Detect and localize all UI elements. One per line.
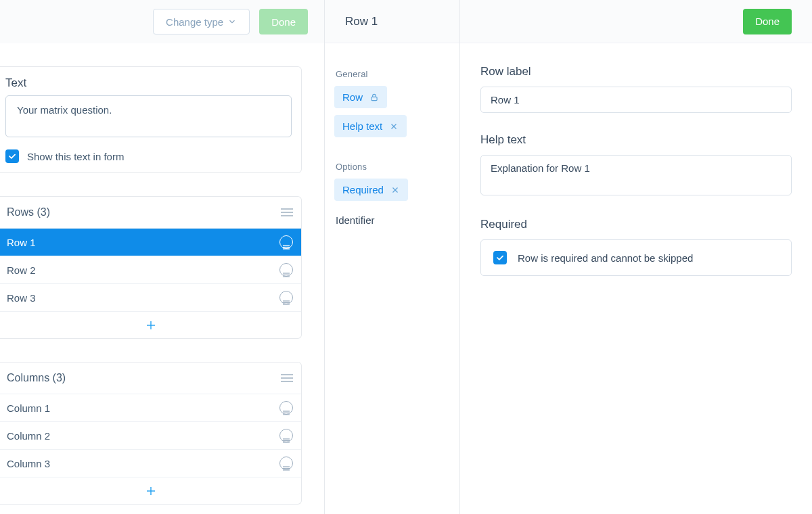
menu-icon[interactable] [281,374,293,382]
chevron-down-icon [227,17,237,26]
show-in-form-checkbox[interactable] [5,149,19,163]
column-item-label: Column 1 [7,402,50,414]
required-field: Required Row is required and cannot be s… [480,218,792,276]
drag-handle-icon[interactable] [279,457,293,470]
row-item-label: Row 2 [7,264,36,276]
drag-handle-icon[interactable] [279,235,293,249]
column-item[interactable]: Column 2 [0,421,301,449]
mid-body: General Row Help text Options [325,43,459,233]
change-type-button[interactable]: Change type [153,9,250,34]
nav-pill-help-text[interactable]: Help text [334,115,407,137]
row-label-input[interactable] [480,87,792,113]
nav-link-identifier[interactable]: Identifier [334,208,459,233]
left-done-label: Done [271,16,296,28]
rows-header: Rows (3) [0,197,301,228]
columns-section: Columns (3) Column 1 Column 2 [0,362,302,505]
show-in-form-row: Show this text in form [0,144,301,172]
right-done-button[interactable]: Done [743,9,792,34]
left-body: Text Your matrix question. Show this tex… [0,43,324,514]
question-text-input[interactable]: Your matrix question. [5,95,292,137]
show-in-form-label: Show this text in form [27,151,124,162]
required-checkbox[interactable] [493,251,507,264]
nav-pill-row-label: Row [342,91,363,103]
property-form-panel: Done Row label Help text Required Row is… [460,0,812,514]
options-group-label: Options [336,162,459,172]
close-icon[interactable] [389,122,399,131]
row-label-field: Row label [480,65,792,113]
add-column-button[interactable] [0,477,301,504]
drag-handle-icon[interactable] [279,429,293,442]
right-body: Row label Help text Required Row is requ… [460,43,812,318]
left-toolbar: Change type Done [0,0,324,43]
column-item-label: Column 3 [7,458,50,469]
general-group-label: General [336,69,459,79]
column-item[interactable]: Column 1 [0,394,301,421]
nav-pill-row[interactable]: Row [334,86,387,108]
nav-pill-help-text-label: Help text [342,120,382,132]
right-done-label: Done [755,16,780,27]
rows-section: Rows (3) Row 1 Row 2 [0,196,302,339]
columns-header: Columns (3) [0,363,301,394]
drag-handle-icon[interactable] [279,291,293,304]
change-type-label: Change type [166,16,223,28]
nav-pill-required[interactable]: Required [334,179,408,201]
row-item[interactable]: Row 3 [0,283,301,311]
drag-handle-icon[interactable] [279,401,293,415]
help-text-input[interactable] [480,155,792,195]
row-item[interactable]: Row 1 [0,228,301,256]
required-box: Row is required and cannot be skipped [480,239,792,276]
lock-icon [369,93,379,102]
left-done-button[interactable]: Done [259,9,308,34]
row-label-heading: Row label [480,65,792,78]
add-row-button[interactable] [0,311,301,338]
text-section-title: Text [0,67,301,95]
menu-icon[interactable] [281,208,293,216]
help-text-heading: Help text [480,133,792,147]
rows-header-label: Rows (3) [7,206,50,218]
property-nav-panel: Row 1 General Row Help text [325,0,460,514]
nav-pill-required-label: Required [342,184,384,195]
mid-header: Row 1 [325,0,459,43]
row-item-label: Row 1 [7,237,36,248]
right-toolbar: Done [460,0,812,43]
question-editor-panel: Change type Done Text Your matrix questi… [0,0,325,514]
column-item[interactable]: Column 3 [0,449,301,477]
required-heading: Required [480,218,792,231]
columns-header-label: Columns (3) [7,372,66,384]
row-item[interactable]: Row 2 [0,256,301,283]
column-item-label: Column 2 [7,430,50,442]
close-icon[interactable] [390,185,400,195]
text-section: Text Your matrix question. Show this tex… [0,66,302,173]
mid-title: Row 1 [345,15,378,28]
required-message: Row is required and cannot be skipped [518,252,693,264]
row-item-label: Row 3 [7,292,36,304]
help-text-field: Help text [480,133,792,197]
drag-handle-icon[interactable] [279,263,293,277]
svg-rect-28 [371,97,377,100]
